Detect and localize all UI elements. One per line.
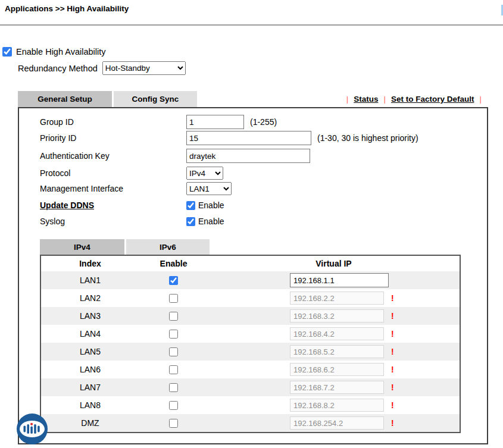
group-id-label: Group ID <box>40 117 186 127</box>
general-setup-panel: Group ID (1-255) Priority ID (1-30, 30 i… <box>18 107 488 444</box>
virtual-ip-input <box>290 345 384 358</box>
row-index-label: LAN4 <box>41 325 139 343</box>
update-ddns-enable-label: Enable <box>198 200 224 210</box>
tab-general-setup[interactable]: General Setup <box>18 91 112 107</box>
table-row: LAN3! <box>41 307 460 325</box>
tab-config-sync[interactable]: Config Sync <box>114 91 197 107</box>
table-row: LAN8! <box>41 396 460 414</box>
group-id-hint: (1-255) <box>250 117 277 127</box>
row-virtual-ip-cell: ! <box>208 414 460 432</box>
row-enable-checkbox[interactable] <box>169 419 178 428</box>
tab-bar: General Setup Config Sync | Status | Set… <box>0 91 503 107</box>
virtual-ip-table: Index Enable Virtual IP LAN1LAN2!LAN3!LA… <box>40 255 461 433</box>
table-row: LAN7! <box>41 378 460 396</box>
warning-mark: ! <box>391 311 394 321</box>
header-divider <box>0 24 503 26</box>
row-enable-cell <box>139 396 208 414</box>
group-id-input[interactable] <box>186 115 244 129</box>
row-enable-checkbox[interactable] <box>169 365 178 374</box>
priority-id-label: Priority ID <box>40 133 186 143</box>
priority-id-input[interactable] <box>186 131 311 145</box>
warning-mark: ! <box>391 347 394 356</box>
row-enable-cell <box>139 361 208 378</box>
status-link[interactable]: Status <box>354 95 378 104</box>
virtual-ip-input <box>290 416 384 430</box>
table-row: DMZ! <box>41 414 460 432</box>
row-enable-cell <box>139 271 208 289</box>
enable-high-availability-checkbox[interactable] <box>2 47 12 57</box>
row-enable-checkbox[interactable] <box>169 401 178 410</box>
syslog-enable-label: Enable <box>198 217 224 226</box>
virtual-ip-input[interactable] <box>290 273 389 287</box>
row-virtual-ip-cell: ! <box>208 325 460 343</box>
redundancy-method-select[interactable]: Hot-Standby <box>102 61 186 75</box>
row-index-label: LAN2 <box>41 289 139 307</box>
warning-mark: ! <box>391 365 394 374</box>
header-index: Index <box>41 256 139 271</box>
row-enable-cell <box>139 378 208 396</box>
row-index-label: LAN8 <box>41 396 139 414</box>
management-interface-label: Management Interface <box>40 184 186 193</box>
syslog-label: Syslog <box>40 217 186 226</box>
draytek-logo-icon <box>16 413 48 445</box>
pipe-separator: | <box>479 95 482 104</box>
virtual-ip-input <box>290 381 384 394</box>
row-virtual-ip-cell <box>208 271 460 289</box>
priority-id-hint: (1-30, 30 is highest priority) <box>317 133 418 143</box>
header-enable: Enable <box>139 256 208 271</box>
table-row: LAN6! <box>41 361 460 378</box>
warning-mark: ! <box>391 293 394 303</box>
update-ddns-link[interactable]: Update DDNS <box>40 200 186 210</box>
row-index-label: DMZ <box>41 414 139 432</box>
row-virtual-ip-cell: ! <box>208 378 460 396</box>
row-enable-cell <box>139 307 208 325</box>
update-ddns-enable-checkbox[interactable] <box>186 201 195 210</box>
row-enable-checkbox[interactable] <box>169 276 178 285</box>
virtual-ip-input <box>290 327 384 340</box>
virtual-ip-input <box>290 363 384 376</box>
enable-high-availability-label: Enable High Availability <box>16 47 105 57</box>
row-enable-checkbox[interactable] <box>169 383 178 392</box>
row-enable-checkbox[interactable] <box>169 294 178 303</box>
virtual-ip-table-header: Index Enable Virtual IP <box>41 256 460 271</box>
tab-ipv6[interactable]: IPv6 <box>126 239 210 255</box>
table-row: LAN1 <box>41 271 460 289</box>
row-enable-checkbox[interactable] <box>169 330 178 339</box>
table-row: LAN4! <box>41 325 460 343</box>
pipe-separator: | <box>346 95 349 104</box>
virtual-ip-input <box>290 309 384 322</box>
protocol-label: Protocol <box>40 168 186 178</box>
row-virtual-ip-cell: ! <box>208 343 460 361</box>
row-index-label: LAN1 <box>41 271 139 289</box>
warning-mark: ! <box>391 400 394 410</box>
page: Applications >> High Availability Enable… <box>0 0 503 448</box>
table-row: LAN2! <box>41 289 460 307</box>
row-index-label: LAN7 <box>41 378 139 396</box>
management-interface-select[interactable]: LAN1 <box>186 182 232 195</box>
breadcrumb: Applications >> High Availability <box>5 4 129 13</box>
tab-ipv4[interactable]: IPv4 <box>40 239 124 255</box>
table-row: LAN5! <box>41 343 460 361</box>
authentication-key-input[interactable] <box>186 149 310 163</box>
set-to-factory-default-link[interactable]: Set to Factory Default <box>391 95 474 104</box>
virtual-ip-input <box>290 399 384 412</box>
protocol-select[interactable]: IPv4 <box>186 167 223 180</box>
header-virtual-ip: Virtual IP <box>208 256 460 271</box>
row-virtual-ip-cell: ! <box>208 289 460 307</box>
row-enable-cell <box>139 325 208 343</box>
virtual-ip-input <box>290 292 384 305</box>
row-enable-checkbox[interactable] <box>169 312 178 321</box>
virtual-ip-table-body: LAN1LAN2!LAN3!LAN4!LAN5!LAN6!LAN7!LAN8!D… <box>41 271 460 432</box>
row-index-label: LAN3 <box>41 307 139 325</box>
row-enable-checkbox[interactable] <box>169 347 178 356</box>
row-enable-cell <box>139 343 208 361</box>
warning-mark: ! <box>391 329 394 339</box>
syslog-enable-checkbox[interactable] <box>186 217 195 226</box>
row-virtual-ip-cell: ! <box>208 307 460 325</box>
authentication-key-label: Authentication Key <box>40 151 186 161</box>
row-virtual-ip-cell: ! <box>208 361 460 378</box>
redundancy-method-label: Redundancy Method <box>18 64 98 73</box>
quick-links: | Status | Set to Factory Default | <box>341 91 487 107</box>
row-index-label: LAN5 <box>41 343 139 361</box>
row-index-label: LAN6 <box>41 361 139 378</box>
